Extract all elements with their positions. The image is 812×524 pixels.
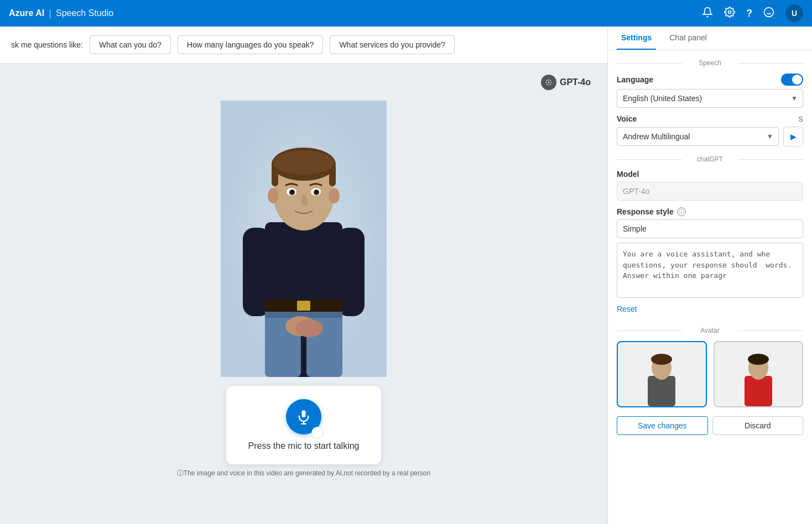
- voice-row-header: Voice S: [617, 114, 803, 123]
- chatgpt-section-divider: chatGPT: [617, 155, 803, 163]
- topbar-icons: ? U: [702, 4, 803, 22]
- product-name: Speech Studio: [56, 8, 113, 18]
- svg-point-36: [651, 354, 672, 365]
- avatar-section-divider: Avatar: [617, 327, 803, 334]
- mic-label: Press the mic to start talking: [248, 441, 360, 451]
- main-layout: sk me questions like: What can you do? H…: [0, 27, 812, 524]
- svg-point-39: [748, 354, 769, 365]
- question-bar: sk me questions like: What can you do? H…: [0, 27, 607, 64]
- avatar-1-image: [642, 345, 681, 406]
- topbar-separator: |: [49, 8, 51, 19]
- topbar: Azure AI | Speech Studio ? U: [0, 0, 812, 27]
- gpt-badge-icon: [541, 75, 556, 90]
- language-toggle[interactable]: [781, 74, 803, 86]
- voice-speed-label: S: [798, 115, 803, 123]
- user-avatar[interactable]: U: [785, 4, 803, 22]
- model-row: Model: [617, 170, 803, 179]
- language-label: Language: [617, 75, 653, 84]
- speech-section-divider: Speech: [617, 59, 803, 67]
- response-style-label: Response style: [617, 207, 674, 216]
- smiley-icon[interactable]: [763, 7, 774, 20]
- voice-play-button[interactable]: ▶: [783, 127, 803, 146]
- avatar-card-1[interactable]: [617, 341, 707, 407]
- svg-point-30: [295, 319, 323, 337]
- avatar-card-2[interactable]: [714, 341, 804, 407]
- discard-button[interactable]: Discard: [712, 416, 804, 435]
- tab-settings[interactable]: Settings: [617, 27, 656, 50]
- avatar-area: GPT-4o: [0, 64, 607, 524]
- language-select-wrapper: English (United States) ▼: [617, 89, 803, 108]
- bell-icon[interactable]: [702, 7, 713, 20]
- settings-content: Speech Language English (United States) …: [608, 50, 812, 524]
- svg-rect-34: [648, 376, 675, 406]
- mic-button[interactable]: [286, 399, 321, 434]
- avatar-image: [221, 101, 387, 377]
- avatar-cards: [617, 341, 803, 407]
- response-style-info-icon[interactable]: ⓘ: [677, 207, 686, 216]
- settings-icon[interactable]: [724, 7, 735, 20]
- brand-name: Azure AI: [9, 8, 44, 18]
- svg-point-1: [764, 7, 774, 17]
- bottom-buttons: Save changes Discard: [617, 416, 803, 444]
- voice-select-wrapper: Andrew Multilingual Aria Guy Jenny ▼: [617, 127, 779, 146]
- tab-chat-panel[interactable]: Chat panel: [665, 27, 711, 50]
- chip-3[interactable]: What services do you provide?: [330, 35, 454, 54]
- voice-select[interactable]: Andrew Multilingual Aria Guy Jenny: [617, 127, 779, 146]
- svg-point-13: [273, 150, 334, 175]
- disclaimer: ⓘThe image and voice in this video are g…: [166, 464, 441, 487]
- help-icon[interactable]: ?: [746, 8, 752, 19]
- chip-2[interactable]: How many languages do you speak?: [178, 35, 324, 54]
- svg-rect-37: [745, 376, 772, 406]
- language-select[interactable]: English (United States): [617, 89, 803, 108]
- model-field: GPT-4o: [617, 182, 803, 201]
- mic-card: Press the mic to start talking: [226, 386, 382, 464]
- avatar-2-image: [739, 345, 778, 406]
- reset-link[interactable]: Reset: [617, 305, 637, 313]
- svg-point-21: [329, 188, 340, 203]
- voice-label: Voice: [617, 114, 637, 123]
- mic-icon: [296, 409, 311, 425]
- panel-tabs: Settings Chat panel: [608, 27, 812, 50]
- system-prompt-textarea[interactable]: You are a voice assistant, and whe quest…: [617, 243, 803, 298]
- svg-point-20: [268, 188, 279, 203]
- response-style-row: Response style ⓘ: [617, 207, 803, 216]
- content-area: sk me questions like: What can you do? H…: [0, 27, 607, 524]
- response-style-input[interactable]: [617, 219, 803, 238]
- svg-rect-31: [302, 410, 306, 417]
- svg-point-0: [728, 11, 731, 13]
- svg-rect-28: [297, 301, 310, 311]
- save-changes-button[interactable]: Save changes: [617, 416, 708, 435]
- right-panel: Settings Chat panel Speech Language Engl…: [607, 27, 812, 524]
- voice-row: Andrew Multilingual Aria Guy Jenny ▼ ▶: [617, 127, 803, 146]
- svg-point-19: [316, 190, 318, 192]
- gpt-badge: GPT-4o: [541, 75, 591, 90]
- chip-1[interactable]: What can you do?: [90, 35, 171, 54]
- svg-point-4: [548, 82, 549, 83]
- gpt-badge-label: GPT-4o: [560, 77, 591, 87]
- language-row: Language: [617, 74, 803, 86]
- svg-point-18: [292, 190, 294, 192]
- model-label: Model: [617, 170, 639, 179]
- question-label: sk me questions like:: [11, 40, 83, 49]
